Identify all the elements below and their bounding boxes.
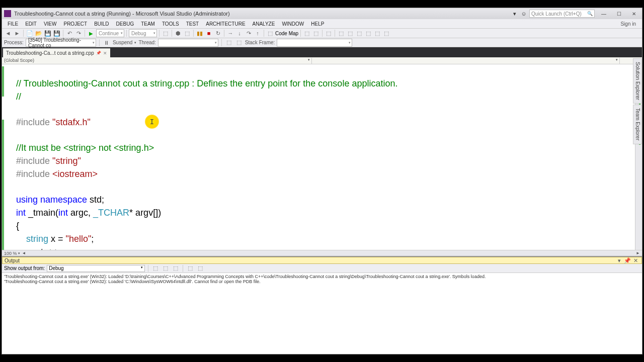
feedback-icon[interactable]: ☺ <box>520 10 527 17</box>
menu-debug[interactable]: DEBUG <box>113 20 138 28</box>
search-icon: 🔍 <box>587 11 593 16</box>
step-next-button[interactable]: → <box>226 29 234 37</box>
scope-dropdown-left[interactable]: (Global Scope) <box>4 58 312 64</box>
menu-project[interactable]: PROJECT <box>60 20 91 28</box>
code-token: ; <box>91 234 94 244</box>
continue-dropdown[interactable]: Continue <box>96 29 124 37</box>
tb-btn-8[interactable]: ⬚ <box>355 29 363 37</box>
code-token: "string" <box>52 156 81 166</box>
redo-button[interactable]: ↷ <box>74 29 83 37</box>
suspend-label[interactable]: Suspend <box>113 40 132 45</box>
output-close-icon[interactable]: ✕ <box>631 256 639 264</box>
menu-file[interactable]: FILE <box>4 20 22 28</box>
config-dropdown[interactable]: Debug <box>129 29 157 37</box>
suspend-icon[interactable]: ⏸ <box>103 39 111 47</box>
menu-window[interactable]: WINDOW <box>278 20 307 28</box>
menu-edit[interactable]: EDIT <box>22 20 40 28</box>
tb-btn-10[interactable]: ⬚ <box>373 29 381 37</box>
output-pin-icon[interactable]: 📌 <box>623 256 631 264</box>
nav-fwd-button[interactable]: ► <box>13 29 21 37</box>
sign-in-link[interactable]: Sign in <box>620 21 640 27</box>
hscroll-left-icon[interactable]: ◄ <box>22 251 26 255</box>
pin-icon[interactable]: 📌 <box>96 51 101 55</box>
tb-btn-2[interactable]: ⬚ <box>183 29 191 37</box>
save-button[interactable]: 💾 <box>44 29 52 37</box>
step-over-button[interactable]: ↷ <box>245 29 253 37</box>
codemap-icon[interactable]: ⬚ <box>266 29 274 37</box>
menu-analyze[interactable]: ANALYZE <box>249 20 279 28</box>
pause-button[interactable]: ▮▮ <box>196 29 204 37</box>
output-body[interactable]: 'Troubleshooting-Cannot cout a string.ex… <box>2 273 642 354</box>
code-body[interactable]: // Troubleshooting-Cannot cout a string.… <box>13 64 642 250</box>
close-button[interactable]: ✕ <box>628 10 640 17</box>
hscroll-right-icon[interactable]: ► <box>636 251 640 255</box>
code-token: _TCHAR <box>93 208 129 218</box>
thread-dropdown[interactable] <box>158 39 218 47</box>
continue-icon[interactable]: ▶ <box>87 29 95 37</box>
tb-btn-7[interactable]: ⬚ <box>346 29 354 37</box>
notification-icon[interactable]: ▾ <box>511 10 518 17</box>
output-tb-1[interactable]: ⬚ <box>151 264 159 273</box>
zoom-value[interactable]: 100 % <box>4 251 17 256</box>
stop-button[interactable]: ■ <box>205 29 213 37</box>
tb-btn-6[interactable]: ⬚ <box>337 29 345 37</box>
menu-build[interactable]: BUILD <box>91 20 112 28</box>
menu-team[interactable]: TEAM <box>137 20 158 28</box>
output-tb-5[interactable]: ⬚ <box>196 264 204 273</box>
menu-tools[interactable]: TOOLS <box>158 20 183 28</box>
tb2-btn-2[interactable]: ⬚ <box>235 39 243 47</box>
undo-button[interactable]: ↶ <box>65 29 73 37</box>
team-explorer-tab[interactable]: Team Explorer <box>633 105 642 144</box>
editor-tab[interactable]: Troubleshooting-Ca...t cout a string.cpp… <box>3 48 110 57</box>
solution-explorer-tab[interactable]: Solution Explorer <box>633 58 642 104</box>
quick-launch-placeholder: Quick Launch (Ctrl+Q) <box>531 11 582 17</box>
new-button[interactable]: 📄 <box>26 29 34 37</box>
code-token: #include <box>16 156 52 166</box>
tb-btn-9[interactable]: ⬚ <box>364 29 372 37</box>
open-button[interactable]: 📂 <box>35 29 43 37</box>
save-all-button[interactable]: 💾 <box>53 29 61 37</box>
output-toolbar: Show output from: Debug ⬚ ⬚ ⬚ ⬚ ⬚ <box>2 264 642 273</box>
code-token: x = <box>48 234 66 244</box>
code-editor[interactable]: // Troubleshooting-Cannot cout a string.… <box>2 64 642 250</box>
code-token: { <box>16 221 19 231</box>
output-tb-3[interactable]: ⬚ <box>172 264 180 273</box>
code-token: int <box>16 208 26 218</box>
tb2-btn-1[interactable]: ⬚ <box>225 39 233 47</box>
tb-btn-5[interactable]: ⬚ <box>325 29 333 37</box>
tab-close-icon[interactable]: ✕ <box>103 51 107 56</box>
step-into-button[interactable]: ↓ <box>235 29 244 37</box>
stackframe-dropdown[interactable] <box>277 39 352 47</box>
output-title-bar: Output ▾ 📌 ✕ <box>2 257 642 264</box>
output-tb-2[interactable]: ⬚ <box>162 264 170 273</box>
codemap-label[interactable]: Code Map <box>275 31 298 36</box>
tb-btn-3[interactable]: ⬚ <box>303 29 311 37</box>
output-title-label: Output <box>5 258 20 263</box>
step-out-button[interactable]: ↑ <box>254 29 262 37</box>
minimize-button[interactable]: — <box>598 10 610 17</box>
menu-view[interactable]: VIEW <box>40 20 60 28</box>
nav-back-button[interactable]: ◄ <box>4 29 12 37</box>
tb-btn-1[interactable]: ⬚ <box>162 29 170 37</box>
output-tb-4[interactable]: ⬚ <box>186 264 194 273</box>
menu-test[interactable]: TEST <box>183 20 203 28</box>
process-dropdown[interactable]: [3540] Troubleshooting-Cannot co <box>26 39 96 47</box>
output-from-value: Debug <box>49 265 63 271</box>
scope-dropdown-right[interactable] <box>312 58 620 64</box>
maximize-button[interactable]: ☐ <box>613 10 625 17</box>
restart-button[interactable]: ↻ <box>214 29 222 37</box>
menu-architecture[interactable]: ARCHITECTURE <box>202 20 249 28</box>
tb-btn-hex[interactable]: ⬢ <box>174 29 182 37</box>
output-from-dropdown[interactable]: Debug <box>47 265 145 272</box>
quick-launch-input[interactable]: Quick Launch (Ctrl+Q) 🔍 <box>529 10 595 18</box>
change-bar <box>2 120 4 250</box>
vs-window: Troubleshooting-Cannot cout a string (Ru… <box>2 8 642 354</box>
output-from-label: Show output from: <box>4 265 45 271</box>
main-toolbar: ◄ ► 📄 📂 💾 💾 ↶ ↷ ▶ Continue Debug ⬚ ⬢ ⬚ ▮… <box>2 28 642 38</box>
tb-btn-4[interactable]: ⬚ <box>312 29 320 37</box>
editor-status-row: 100 % ▾ ◄ ► <box>2 250 642 256</box>
menu-help[interactable]: HELP <box>307 20 328 28</box>
code-line: //It must be <string> not <string.h> <box>16 143 154 153</box>
output-dropdown-icon[interactable]: ▾ <box>615 256 623 264</box>
tb-btn-11[interactable]: ⬚ <box>382 29 390 37</box>
